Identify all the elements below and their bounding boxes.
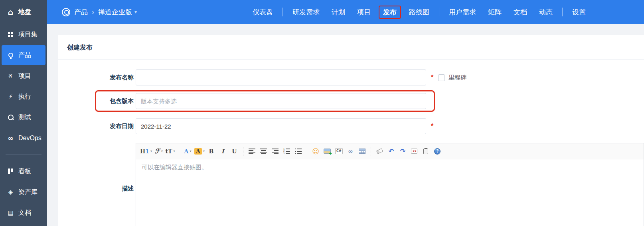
milestone-label: 里程碑 xyxy=(448,74,466,81)
heading-icon[interactable]: H1 xyxy=(140,146,152,157)
nav-item-release[interactable]: 发布 xyxy=(379,6,401,19)
sidebar-item-label: 测试 xyxy=(18,113,31,122)
italic-icon[interactable]: I xyxy=(218,146,228,157)
build-input[interactable] xyxy=(136,93,426,109)
align-left-icon[interactable] xyxy=(247,146,257,157)
release-name-input[interactable] xyxy=(136,69,426,85)
assets-icon: ◈ xyxy=(7,188,14,196)
nav-item-dashboard[interactable]: 仪表盘 xyxy=(249,6,277,18)
emoticon-icon[interactable]: ☺ xyxy=(311,146,321,157)
sidebar-item-label: 项目 xyxy=(18,72,31,80)
nav-item-doc[interactable]: 文档 xyxy=(510,6,531,18)
kanban-icon xyxy=(8,169,13,174)
sidebar-item-assets[interactable]: ◈ 资产库 xyxy=(0,182,47,202)
sidebar-item-execution[interactable]: ⚡ 执行 xyxy=(0,86,47,107)
top-menu: 仪表盘 研发需求 计划 项目 发布 路线图 用户需求 矩阵 文档 动态 设置 xyxy=(247,0,592,24)
required-mark: * xyxy=(431,74,433,81)
chevron-down-icon: ▾ xyxy=(134,9,137,15)
sidebar-item-label: 资产库 xyxy=(18,188,38,196)
code-icon[interactable]: C# xyxy=(334,146,344,157)
nav-item-dynamic[interactable]: 动态 xyxy=(535,6,557,18)
highlight-color-icon[interactable]: A xyxy=(194,146,205,157)
sidebar-item-project[interactable]: ✈ 项目 xyxy=(0,65,47,86)
menu-separator xyxy=(282,8,283,16)
product-icon xyxy=(8,53,13,57)
sidebar-item-qa[interactable]: 测试 xyxy=(0,107,47,128)
sidebar-divider xyxy=(6,155,41,155)
release-name-label: 发布名称 xyxy=(58,74,134,81)
font-size-icon[interactable]: tT xyxy=(165,146,175,157)
font-color-icon[interactable]: A xyxy=(183,146,193,157)
undo-icon[interactable]: ↶ xyxy=(386,146,396,157)
milestone-checkbox[interactable] xyxy=(438,74,445,81)
nav-item-story[interactable]: 研发需求 xyxy=(288,6,324,18)
sidebar-item-label: 执行 xyxy=(18,93,31,101)
breadcrumb: 产品 › 禅道企业版 ▾ xyxy=(47,8,137,17)
font-family-icon[interactable]: ℱ xyxy=(154,146,164,157)
nav-item-requirement[interactable]: 用户需求 xyxy=(445,6,480,18)
toolbar-separator xyxy=(243,147,243,156)
toolbar-separator xyxy=(371,147,371,156)
nav-item-plan[interactable]: 计划 xyxy=(328,6,349,18)
nav-item-project[interactable]: 项目 xyxy=(353,6,375,18)
unordered-list-icon[interactable] xyxy=(293,146,303,157)
required-mark: * xyxy=(431,123,433,130)
remove-format-icon[interactable] xyxy=(375,146,385,157)
product-module-icon xyxy=(62,8,70,16)
bold-icon[interactable]: B xyxy=(206,146,216,157)
toolbar-separator xyxy=(179,147,179,156)
release-date-label: 发布日期 xyxy=(58,123,134,130)
main-panel: 创建发布 发布名称 * 里程碑 包含版本 发布日期 * 描述 H1 ℱ tT A… xyxy=(58,35,644,226)
ordered-list-icon[interactable] xyxy=(282,146,292,157)
sidebar-item-devops[interactable]: ∞ DevOps xyxy=(0,128,47,149)
sidebar-item-label: 文档 xyxy=(18,209,31,217)
sidebar-item-label: 地盘 xyxy=(18,8,31,16)
execution-icon: ⚡ xyxy=(7,93,14,100)
sidebar-item-label: 看板 xyxy=(18,167,31,176)
release-date-input[interactable] xyxy=(136,118,426,134)
build-label: 包含版本 xyxy=(58,97,134,105)
sidebar-item-home[interactable]: ⌂ 地盘 xyxy=(0,0,47,24)
sidebar-item-label: DevOps xyxy=(18,135,41,142)
sidebar-item-label: 项目集 xyxy=(18,30,38,39)
sidebar-item-product[interactable]: 产品 xyxy=(2,45,45,65)
underline-icon[interactable]: U xyxy=(229,146,239,157)
project-icon: ✈ xyxy=(6,71,15,80)
fullscreen-icon[interactable]: >< xyxy=(409,146,419,157)
image-icon[interactable] xyxy=(322,146,332,157)
nav-item-settings[interactable]: 设置 xyxy=(568,6,590,18)
sidebar-item-label: 产品 xyxy=(18,51,31,59)
sidebar-item-program[interactable]: 项目集 xyxy=(0,24,47,45)
align-center-icon[interactable] xyxy=(259,146,269,157)
test-icon xyxy=(8,115,14,120)
description-editor: H1 ℱ tT A A B I U ☺ C# ∞ ↶ ↷ >< xyxy=(136,143,644,226)
module-label: 产品 xyxy=(74,8,88,17)
product-switcher-label: 禅道企业版 xyxy=(98,8,132,17)
paste-icon[interactable] xyxy=(421,146,431,157)
release-date-row: 发布日期 * xyxy=(58,118,433,134)
help-icon[interactable]: ? xyxy=(433,146,443,157)
build-row: 包含版本 xyxy=(58,93,426,109)
description-label: 描述 xyxy=(58,184,134,193)
sidebar-item-kanban[interactable]: 看板 xyxy=(0,161,47,182)
menu-separator xyxy=(562,8,563,16)
editor-content-area[interactable]: 可以在编辑器直接贴图。 xyxy=(136,159,644,223)
breadcrumb-chevron-icon: › xyxy=(92,8,94,16)
devops-icon: ∞ xyxy=(7,134,14,142)
page-title: 创建发布 xyxy=(58,35,644,60)
product-switcher[interactable]: 禅道企业版 ▾ xyxy=(98,8,137,17)
docs-icon: ▤ xyxy=(7,209,14,216)
link-icon[interactable]: ∞ xyxy=(346,146,356,157)
table-icon[interactable] xyxy=(357,146,367,157)
nav-item-roadmap[interactable]: 路线图 xyxy=(405,6,433,18)
menu-separator xyxy=(439,8,439,16)
redo-icon[interactable]: ↷ xyxy=(398,146,408,157)
toolbar-separator xyxy=(307,147,307,156)
align-right-icon[interactable] xyxy=(270,146,280,157)
release-name-row: 发布名称 * 里程碑 xyxy=(58,69,466,85)
sidebar-item-doc[interactable]: ▤ 文档 xyxy=(0,202,47,223)
nav-item-matrix[interactable]: 矩阵 xyxy=(484,6,506,18)
project-set-icon xyxy=(8,32,13,37)
sidebar: ⌂ 地盘 项目集 产品 ✈ 项目 ⚡ 执行 测试 ∞ DevOps 看板 ◈ 资… xyxy=(0,0,47,226)
top-navbar: 产品 › 禅道企业版 ▾ 仪表盘 研发需求 计划 项目 发布 路线图 用户需求 … xyxy=(47,0,644,24)
